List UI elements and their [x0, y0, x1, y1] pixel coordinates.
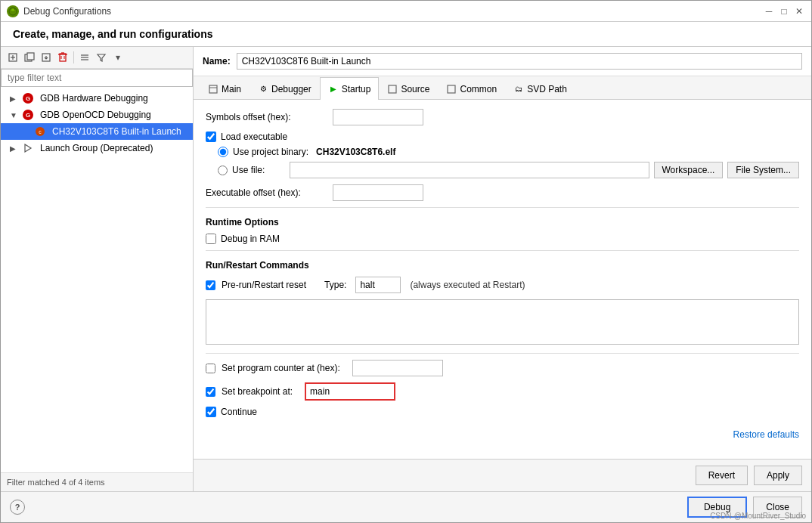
tab-debugger[interactable]: ⚙ Debugger [249, 77, 320, 100]
watermark: CSDN-@MountRiver_Studio [710, 512, 806, 520]
collapse-arrow-gdb-openocd: ▼ [10, 111, 19, 119]
common-tab-icon [446, 84, 457, 94]
action-buttons: Revert Apply [696, 466, 802, 485]
duplicate-button[interactable] [22, 50, 37, 65]
set-breakpoint-input[interactable] [305, 382, 395, 401]
set-program-counter-label: Set program counter at (hex): [222, 363, 340, 373]
use-file-label: Use file: [232, 165, 285, 175]
pre-run-row: Pre-run/Restart reset Type: (always exec… [206, 277, 799, 293]
use-project-binary-label: Use project binary: [233, 147, 308, 157]
title-bar-left: Debug Configurations [7, 5, 111, 17]
launch-group-icon [22, 142, 34, 154]
debug-in-ram-checkbox[interactable] [206, 234, 216, 244]
collapse-arrow-gdb-hardware: ▶ [10, 94, 19, 103]
svg-rect-8 [27, 53, 34, 60]
always-executed-note: (always executed at Restart) [410, 280, 525, 290]
close-window-button[interactable]: ✕ [793, 5, 805, 17]
set-program-counter-checkbox[interactable] [206, 364, 215, 373]
revert-button[interactable]: Revert [696, 466, 748, 485]
tab-source[interactable]: Source [379, 77, 438, 100]
export-button[interactable] [39, 50, 54, 65]
more-options-button[interactable]: ▾ [110, 50, 126, 65]
help-button[interactable]: ? [10, 500, 25, 515]
ch32-launch-label: CH32V103C8T6 Built-in Launch [52, 126, 181, 137]
apply-button[interactable]: Apply [754, 466, 802, 485]
use-file-row: Use file: Workspace... File System... [218, 162, 799, 178]
continue-row: Continue [206, 407, 799, 417]
page-title: Create, manage, and run configurations [13, 28, 213, 40]
continue-checkbox[interactable] [206, 407, 216, 417]
load-executable-checkbox[interactable] [206, 132, 216, 142]
tree-item-gdb-hardware[interactable]: ▶ G GDB Hardware Debugging [1, 90, 193, 107]
name-label: Name: [203, 56, 231, 67]
sidebar: ▾ ▶ G GDB Hardware Debugging [1, 47, 194, 491]
collapse-arrow-launch-group: ▶ [10, 144, 19, 153]
use-project-binary-row: Use project binary: CH32V103C8T6.elf [218, 147, 799, 157]
minimize-button[interactable]: ─ [763, 5, 775, 17]
executable-offset-row: Executable offset (hex): [206, 184, 799, 201]
tab-common[interactable]: Common [438, 77, 505, 100]
config-name-input[interactable] [237, 53, 802, 70]
use-file-radio[interactable] [218, 166, 228, 175]
tree-container: ▶ G GDB Hardware Debugging ▼ G GDB [1, 87, 193, 472]
startup-tab-content: Symbols offset (hex): Load executable Us… [194, 100, 811, 459]
commands-textarea[interactable] [206, 299, 799, 345]
restore-defaults-link[interactable]: Restore defaults [733, 429, 799, 440]
type-label: Type: [324, 280, 346, 290]
load-executable-row: Load executable [206, 132, 799, 142]
tab-startup[interactable]: ▶ Startup [320, 77, 380, 100]
set-program-counter-row: Set program counter at (hex): [206, 360, 799, 376]
new-config-button[interactable] [5, 50, 20, 65]
filesystem-button[interactable]: File System... [727, 162, 799, 178]
name-row: Name: [194, 47, 811, 76]
debug-in-ram-row: Debug in RAM [206, 234, 799, 244]
debug-in-ram-label: Debug in RAM [221, 234, 280, 244]
workspace-button[interactable]: Workspace... [654, 162, 724, 178]
header-section: Create, manage, and run configurations [1, 22, 811, 47]
set-breakpoint-row: Set breakpoint at: [206, 382, 799, 401]
svg-marker-19 [25, 144, 31, 152]
load-executable-label: Load executable [221, 132, 287, 142]
filter-status: Filter matched 4 of 4 items [7, 478, 105, 487]
symbols-offset-input[interactable] [333, 109, 423, 125]
debug-configurations-window: Debug Configurations ─ □ ✕ Create, manag… [0, 0, 812, 523]
search-input[interactable] [1, 69, 193, 87]
set-breakpoint-checkbox[interactable] [206, 387, 215, 397]
footer-bar: ? Debug Close [1, 491, 811, 522]
config-panel: Name: Main ⚙ Debugger ▶ Startup [194, 47, 811, 491]
section-divider-3 [206, 353, 799, 354]
sidebar-footer: Filter matched 4 of 4 items [1, 472, 193, 491]
window-controls: ─ □ ✕ [763, 5, 805, 17]
pre-run-checkbox[interactable] [206, 280, 215, 290]
tab-main[interactable]: Main [200, 77, 249, 100]
tree-item-ch32-launch[interactable]: c CH32V103C8T6 Built-in Launch [1, 123, 193, 140]
maximize-button[interactable]: □ [778, 5, 790, 17]
svd-tab-icon: 🗂 [513, 84, 524, 94]
use-project-binary-radio[interactable] [218, 147, 228, 157]
type-input[interactable] [355, 277, 401, 293]
tree-item-gdb-openocd[interactable]: ▼ G GDB OpenOCD Debugging [1, 107, 193, 123]
tab-svd-path[interactable]: 🗂 SVD Path [505, 77, 575, 100]
delete-button[interactable] [55, 50, 70, 65]
use-file-input[interactable] [290, 162, 649, 178]
source-tab-icon [387, 84, 398, 94]
executable-offset-label: Executable offset (hex): [206, 187, 327, 198]
tab-svd-label: SVD Path [527, 84, 567, 94]
svg-point-3 [14, 8, 16, 10]
svg-rect-20 [209, 85, 217, 93]
section-divider-2 [206, 250, 799, 251]
project-binary-value: CH32V103C8T6.elf [316, 147, 395, 157]
run-restart-title: Run/Restart Commands [206, 260, 799, 271]
svg-point-2 [11, 8, 12, 10]
gdb-hardware-icon: G [22, 92, 34, 104]
set-program-counter-input[interactable] [352, 360, 443, 376]
svg-rect-22 [389, 85, 396, 93]
gdb-openocd-icon: G [22, 109, 34, 121]
filter-button[interactable] [94, 50, 109, 65]
continue-label: Continue [221, 407, 257, 417]
sidebar-toolbar: ▾ [1, 47, 193, 69]
tree-item-launch-group[interactable]: ▶ Launch Group (Deprecated) [1, 140, 193, 156]
collapse-button[interactable] [77, 50, 92, 65]
symbols-offset-row: Symbols offset (hex): [206, 109, 799, 125]
executable-offset-input[interactable] [333, 184, 423, 201]
